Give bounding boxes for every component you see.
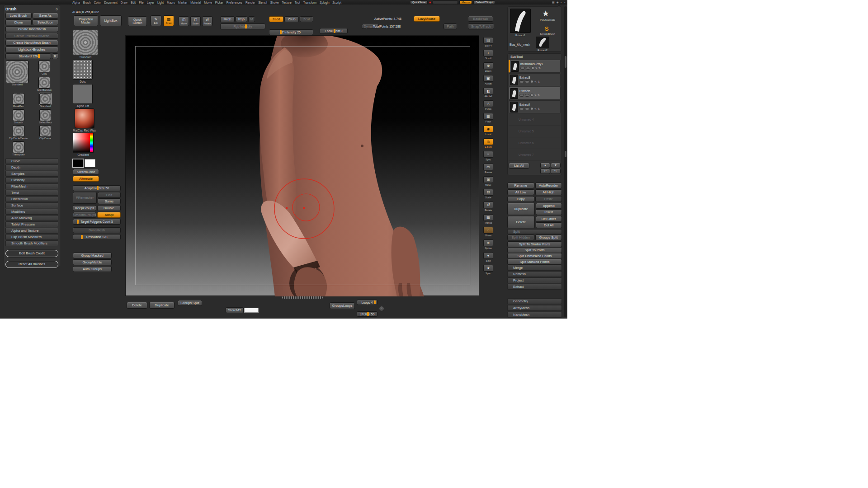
restore-config-button[interactable]: R <box>52 53 58 59</box>
move-mode-button[interactable]: ⊞ Move <box>179 16 189 26</box>
same-button[interactable]: Same <box>98 198 121 204</box>
delete-subtool-button[interactable]: Delete <box>507 216 535 228</box>
reset-all-brushes-button[interactable]: Reset All Brushes <box>5 261 58 268</box>
subtool-ghost-item[interactable]: Unnamed 7 <box>509 149 561 161</box>
shading-toggle-icon[interactable] <box>526 67 530 70</box>
flip-icon[interactable]: ⇅ <box>538 94 540 97</box>
edit-mode-button[interactable]: ✎ Edit <box>151 15 161 26</box>
mrgb-button[interactable]: Mrgb <box>220 16 235 22</box>
pencil-icon[interactable]: ✎ <box>534 107 537 110</box>
edit-brush-credit-button[interactable]: Edit Brush Credit <box>5 250 58 257</box>
brush-section-header[interactable]: Surface <box>5 202 58 208</box>
lightbox-brushes-button[interactable]: Lightbox>Brushes <box>5 47 58 52</box>
dynamesh-button[interactable]: DynaMesh <box>73 227 121 233</box>
adaptlivesize-slider[interactable]: AdaptLiveSize 50 <box>73 185 121 191</box>
current-stroke-thumb[interactable] <box>73 60 93 80</box>
shelf-toggle[interactable]: ▤ Side 4 <box>483 37 493 47</box>
brush-section-header[interactable]: Depth <box>5 164 58 170</box>
target-polygons-slider[interactable]: Target Polygons Count 5 <box>73 219 121 225</box>
menu-item[interactable]: Preferences <box>226 1 242 4</box>
menu-item[interactable]: Transform <box>303 1 316 4</box>
menu-item[interactable]: Texture <box>282 1 292 4</box>
main-color-swatch[interactable] <box>73 159 84 167</box>
all-high-button[interactable]: All High <box>535 189 562 195</box>
menu-item[interactable]: Render <box>245 1 255 4</box>
brush-item[interactable]: Standard <box>33 93 59 108</box>
brush-item[interactable]: Transpose <box>5 141 32 157</box>
rgb-intensity-slider[interactable]: Rgb Intensity <box>220 23 265 29</box>
groups-split-button[interactable]: Groups Split <box>178 300 202 306</box>
shelf-toggle[interactable]: ◎ L.Sym <box>483 138 493 148</box>
insert-button[interactable]: Insert <box>536 209 562 215</box>
document-button[interactable] <box>433 0 458 4</box>
color-picker[interactable] <box>73 133 94 153</box>
shelf-toggle[interactable]: ★ Spec <box>483 265 493 275</box>
split-to-parts-button[interactable]: Split To Parts <box>507 247 562 253</box>
brush-section-header[interactable]: Twist <box>5 190 58 196</box>
resolution-slider[interactable]: Resolution 128 <box>73 234 121 240</box>
smoothgroups-button[interactable]: SmoothGroups <box>73 212 96 218</box>
groupvisible-button[interactable]: GroupVisible <box>73 259 112 265</box>
brush-section-header[interactable]: Modifiers <box>5 209 58 215</box>
shelf-toggle[interactable]: ↺ Rotate <box>483 202 493 211</box>
tool-section-header[interactable]: NanoMesh <box>507 312 562 318</box>
subtool-move-up-button[interactable]: ↶ <box>540 169 550 174</box>
extract2-thumb[interactable] <box>536 37 549 48</box>
polypaint-toggle-icon[interactable] <box>520 67 525 70</box>
split-similar-button[interactable]: Split To Similar Parts <box>507 241 562 247</box>
menu-item[interactable]: Brush <box>83 1 91 4</box>
brush-section-header[interactable]: Curve <box>5 158 58 164</box>
brush-item[interactable]: Smooth <box>5 109 32 125</box>
pencil-icon[interactable]: ✎ <box>534 80 537 83</box>
menu-item[interactable]: Macro <box>167 1 175 4</box>
brush-section-header[interactable]: Elasticity <box>5 177 58 183</box>
sculpt-canvas[interactable] <box>126 36 480 296</box>
lpolish-slider[interactable]: LPolish 50 <box>357 311 377 317</box>
menu-item[interactable]: Stencil <box>258 1 267 4</box>
del-all-button[interactable]: Del All <box>536 222 562 228</box>
zcut-button[interactable]: Zcut <box>300 16 313 22</box>
remesh-section-header[interactable]: Remesh <box>507 271 562 277</box>
secondary-color-swatch[interactable] <box>85 159 95 167</box>
polypaint-toggle-icon[interactable] <box>519 108 524 110</box>
menu-item[interactable]: File <box>139 1 143 4</box>
shelf-toggle[interactable]: + Scroll <box>483 50 493 60</box>
keepgroups-button[interactable]: KeepGroups <box>73 205 96 211</box>
brush-section-header[interactable]: Orientation <box>5 196 58 202</box>
menu-item[interactable]: Layer <box>147 1 154 4</box>
groups-split-subtool-button[interactable]: Groups Split <box>535 235 562 240</box>
subtool-down-button[interactable]: ▼ <box>551 163 561 168</box>
timeline-scrubber[interactable] <box>282 296 323 299</box>
duplicate-subtool-button[interactable]: Duplicate <box>507 203 535 215</box>
shelf-toggle[interactable]: △ Persp <box>483 100 493 110</box>
menu-item[interactable]: Document <box>104 1 118 4</box>
create-insertmesh-button[interactable]: Create InsertMesh <box>5 26 58 32</box>
brush-section-header[interactable]: Samples <box>5 171 58 177</box>
store-morph-target-button[interactable]: StoreMT <box>226 307 244 313</box>
subtool-move-down-button[interactable]: ↷ <box>551 169 561 174</box>
menu-item[interactable]: Draw <box>121 1 127 4</box>
subtool-ghost-item[interactable]: Unnamed 6 <box>509 137 561 149</box>
shelf-toggle[interactable]: ▩ Transp <box>483 214 493 224</box>
delete-button[interactable]: Delete <box>127 302 147 309</box>
shelf-toggle[interactable]: ⊟ Scale <box>483 189 493 199</box>
defaultzscript-button[interactable]: DefaultZScript <box>473 0 495 4</box>
pencil-icon[interactable]: ✎ <box>534 94 537 97</box>
tool-section-header[interactable]: Geometry <box>507 298 562 304</box>
split-section-header[interactable]: Split <box>507 229 562 234</box>
m-button[interactable]: M <box>248 16 255 22</box>
brush-item[interactable]: MaskPen <box>5 93 32 108</box>
double-button[interactable]: Double <box>97 205 121 211</box>
subtool-up-button[interactable]: ▲ <box>540 163 550 168</box>
subtool-ghost-item[interactable]: Unnamed 5 <box>509 126 561 137</box>
shelf-toggle[interactable]: ▣ Actual <box>483 75 493 85</box>
brush-section-header[interactable]: FiberMesh <box>5 183 58 189</box>
adapt-button[interactable]: Adapt <box>97 212 121 218</box>
brush-section-header[interactable]: Alpha and Texture <box>5 228 58 234</box>
brush-section-header[interactable]: Auto Masking <box>5 215 58 221</box>
eye-icon[interactable] <box>531 66 534 70</box>
brush-section-header[interactable]: Smooth Brush Modifiers <box>5 240 58 246</box>
subtool-item[interactable]: Extract4 ✎ ⇅ <box>509 100 561 113</box>
current-brush-slider[interactable]: Standard 126 <box>5 53 51 59</box>
menu-item[interactable]: Light <box>157 1 164 4</box>
